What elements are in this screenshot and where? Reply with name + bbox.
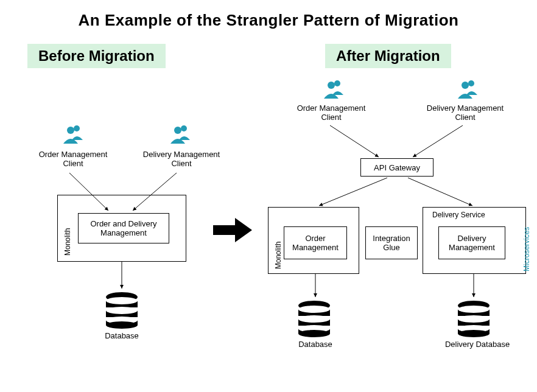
svg-line-13 [330,125,379,157]
svg-line-14 [413,125,463,157]
after-db2-label: Delivery Database [441,340,514,349]
users-icon [317,78,345,102]
after-db1-label: Database [291,340,340,349]
svg-line-15 [319,178,387,206]
before-delivery-client-label: Delivery Management Client [139,150,224,168]
after-microservices-label: Microservices [522,227,531,271]
big-arrow-icon [213,218,252,242]
after-order-module-box: Order Management [284,226,347,259]
before-heading: Before Migration [27,44,166,68]
before-order-client-label: Order Management Client [37,150,110,168]
svg-line-16 [408,178,472,206]
after-heading: After Migration [325,44,451,68]
after-order-client-label: Order Management Client [291,103,371,122]
after-api-gateway-box: API Gateway [360,158,433,177]
database-icon [104,292,140,329]
after-glue-box: Integration Glue [365,226,418,259]
after-delivery-client-label: Delivery Management Client [423,103,508,122]
after-monolith-label: Monolith [274,242,283,269]
before-monolith-label: Monolith [63,228,72,256]
users-icon [56,123,84,147]
users-icon [163,123,191,147]
before-module-box: Order and Delivery Management [78,213,169,243]
after-delivery-service-label: Delivery Service [432,211,485,219]
database-icon [296,301,332,337]
after-delivery-module-box: Delivery Management [438,226,505,259]
page-title: An Example of the Strangler Pattern of M… [0,0,537,30]
users-icon [451,78,479,102]
database-icon [455,301,492,337]
before-db-label: Database [97,331,146,340]
